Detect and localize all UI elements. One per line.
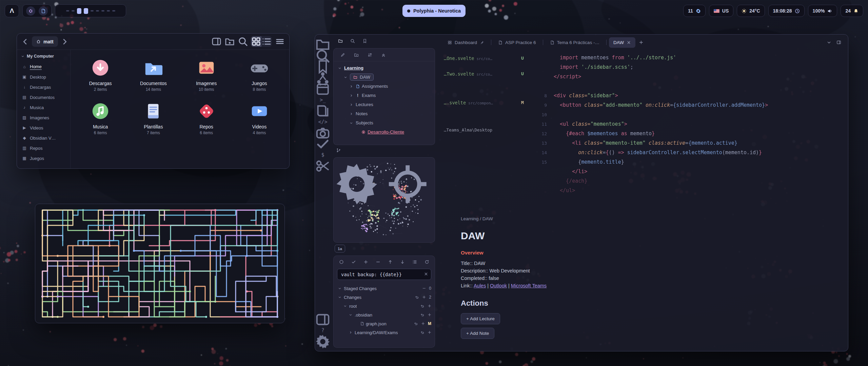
swirl-app-button[interactable] (26, 6, 35, 16)
tab-daw[interactable]: DAW (609, 37, 635, 48)
undo-icon[interactable] (415, 295, 419, 299)
unstage-all-icon[interactable] (376, 260, 380, 264)
external-link-microsoft-teams[interactable]: Microsoft Teams (511, 283, 547, 288)
panel-tab-folder[interactable] (338, 39, 343, 43)
graph-settings-icon[interactable] (334, 161, 380, 207)
chevron-down-icon[interactable] (337, 287, 342, 290)
sidebar-item-imagenes[interactable]: ▨Imagenes (17, 113, 70, 123)
explorer-item-assignments[interactable]: Assignments (334, 82, 435, 91)
explorer-item-daw[interactable]: DAW (334, 73, 435, 82)
plus-icon[interactable] (421, 322, 425, 326)
chevron-down-icon[interactable] (343, 76, 348, 79)
undo-icon[interactable] (414, 322, 418, 326)
close-tab-icon[interactable] (627, 40, 631, 45)
chevron-right-icon[interactable] (348, 331, 353, 334)
clock-pill[interactable]: 18:08:28 (768, 5, 805, 17)
weather-pill[interactable]: 24°C (737, 5, 765, 17)
tab-asp-practice-6[interactable]: ASP Practice 6 (494, 37, 540, 48)
notifications-pill[interactable]: 24 (841, 5, 863, 17)
now-playing-pill[interactable]: Polyphia - Neurotica (402, 5, 466, 17)
switcher-icon[interactable] (315, 314, 331, 325)
folder-descargas[interactable]: Descargas2 items (74, 57, 127, 92)
settings-icon[interactable] (315, 336, 331, 347)
git-row-obsidian[interactable]: .obsidian (334, 310, 435, 319)
workspace-dot[interactable] (96, 10, 99, 12)
tab-list-icon[interactable] (827, 40, 831, 45)
action-button-add-note[interactable]: + Add Note (461, 328, 494, 339)
changes-icon[interactable] (412, 260, 417, 264)
tag-pane-button[interactable]: 1a (335, 245, 345, 252)
updates-pill[interactable]: 11 (683, 5, 706, 17)
git-row-changes[interactable]: Changes2 (334, 293, 435, 302)
chevron-down-icon[interactable] (342, 304, 348, 308)
graph-focus-icon[interactable] (384, 161, 431, 207)
plus-icon[interactable] (428, 330, 432, 334)
push-icon[interactable] (388, 260, 393, 264)
minus-icon[interactable] (422, 286, 426, 290)
external-link-outlook[interactable]: Outlook (490, 283, 507, 288)
chevron-right-icon[interactable] (349, 94, 354, 97)
undo-icon[interactable] (420, 330, 425, 334)
new-tab-button[interactable] (639, 40, 644, 45)
notebook-icon[interactable] (315, 105, 331, 117)
folder-documentos[interactable]: Documentos14 items (127, 57, 180, 92)
notes-app-button[interactable] (39, 6, 48, 16)
explorer-item-exams[interactable]: !Exams (334, 91, 435, 100)
git-row-learning-daw-exams[interactable]: Learning/DAW/Exams (334, 328, 435, 337)
workspace-dot[interactable] (66, 10, 69, 12)
commit-message-input[interactable] (337, 269, 431, 280)
git-row-graph-json[interactable]: graph.jsonM (334, 319, 435, 328)
collapse-icon[interactable] (381, 53, 386, 57)
undo-icon[interactable] (420, 304, 425, 308)
workspace-dot[interactable] (91, 10, 94, 12)
keyboard-pill[interactable]: US (709, 5, 733, 17)
commit-icon[interactable] (351, 260, 356, 264)
chevron-down-icon[interactable] (348, 313, 353, 317)
tasks-icon[interactable] (315, 139, 331, 150)
chevron-right-icon[interactable] (349, 112, 354, 116)
panel-tab-search[interactable] (350, 39, 355, 43)
git-row-root[interactable]: root (334, 302, 435, 310)
sidebar-item-home[interactable]: ⌂Home (17, 62, 70, 72)
external-link-aules[interactable]: Aules (474, 283, 486, 288)
explorer-item-learning[interactable]: Learning (334, 63, 435, 73)
sort-icon[interactable] (368, 53, 372, 57)
folder-videos[interactable]: Videos4 items (233, 101, 286, 135)
tab-dashboard[interactable]: Dashboard (443, 37, 489, 48)
panel-tab-bookmark[interactable] (362, 39, 367, 43)
toggle-right-sidebar-icon[interactable] (836, 40, 841, 45)
workspace-dot[interactable] (101, 10, 104, 12)
sidebar-item-videos[interactable]: ▶Videos (17, 123, 70, 133)
sidebar-item-desktop[interactable]: ▣Desktop (17, 72, 70, 82)
refresh-icon[interactable] (425, 260, 429, 264)
calendar-icon[interactable] (315, 83, 331, 95)
plus-icon[interactable] (422, 295, 426, 299)
chevron-right-icon[interactable] (349, 85, 354, 88)
volume-pill[interactable]: 100% (808, 5, 837, 17)
tab-tema-6-pr-cticas[interactable]: Tema 6 Prácticas -… (546, 37, 604, 48)
launcher-button[interactable]: Λ (5, 4, 19, 17)
split-view-button[interactable] (211, 36, 222, 47)
plus-icon[interactable] (428, 313, 432, 317)
undo-icon[interactable] (420, 313, 425, 317)
explorer-item-notes[interactable]: Notes (334, 109, 435, 118)
list-view-button[interactable] (261, 36, 272, 47)
new-note-icon[interactable] (340, 53, 345, 57)
workspace-active[interactable] (77, 8, 81, 14)
sidebar-item-repos[interactable]: ▥Repos (17, 143, 70, 153)
folder-juegos[interactable]: Juegos8 items (233, 57, 286, 92)
git-branch-icon[interactable] (336, 148, 341, 153)
sidebar-item-documentos[interactable]: ▤Documentos (17, 92, 70, 102)
folder-musica[interactable]: Musica6 items (74, 101, 127, 135)
workspace-dot[interactable] (112, 10, 115, 12)
git-row-staged-changes[interactable]: Staged Changes0 (334, 284, 435, 293)
folder-plantillas[interactable]: Plantillas7 items (127, 101, 180, 135)
snippets-icon[interactable] (315, 161, 331, 172)
plus-icon[interactable] (428, 304, 432, 308)
action-button-add-lecture[interactable]: + Add Lecture (461, 313, 500, 324)
workspace-dot[interactable] (107, 10, 110, 12)
sidebar-item-obsidian-v[interactable]: ◆Obsidian V… (17, 133, 70, 143)
pull-icon[interactable] (400, 260, 405, 264)
search-button[interactable] (238, 36, 248, 47)
explorer-item-subjects[interactable]: Subjects (334, 118, 435, 127)
